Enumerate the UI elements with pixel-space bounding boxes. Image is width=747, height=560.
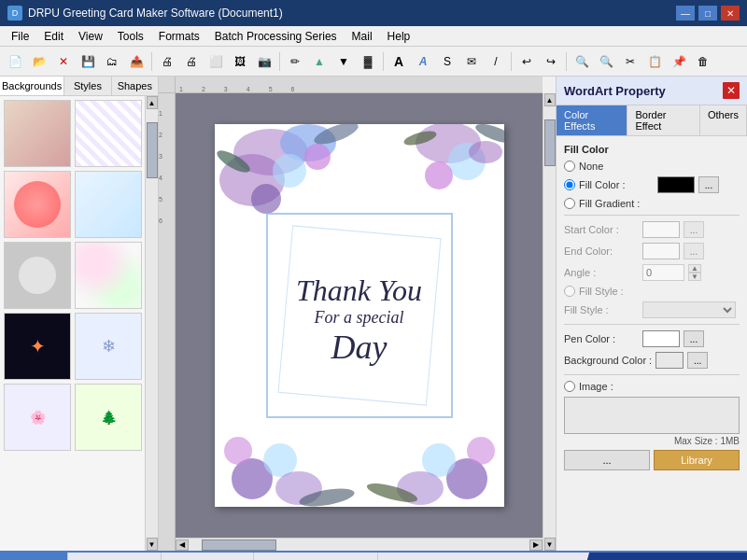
angle-input[interactable]	[642, 264, 684, 281]
color-button[interactable]: ▲	[308, 50, 331, 73]
menu-edit[interactable]: Edit	[36, 28, 71, 45]
text-button[interactable]: A	[388, 50, 410, 73]
v-scrollbar[interactable]: ▲ ▼	[543, 93, 556, 551]
fill-style-radio[interactable]	[564, 286, 575, 297]
fill-gradient-label: Fill Gradient :	[579, 198, 654, 209]
list-item[interactable]: 🌲	[75, 384, 142, 451]
menu-batch[interactable]: Batch Processing Series	[207, 28, 345, 45]
list-item[interactable]	[4, 171, 71, 238]
angle-up-button[interactable]: ▲	[688, 264, 701, 273]
close-button[interactable]: ✕	[721, 6, 740, 21]
list-item[interactable]	[4, 100, 71, 167]
tab-backgrounds[interactable]: Backgrounds	[0, 77, 64, 95]
print-button[interactable]: 🖨	[156, 50, 178, 73]
left-panel-scrollbar[interactable]: ▲ ▼	[145, 96, 158, 551]
v-scroll-thumb[interactable]	[544, 119, 556, 166]
tab-shapes[interactable]: Shapes	[112, 77, 158, 95]
pen-button[interactable]: ✏	[284, 50, 306, 73]
shape-button[interactable]: S	[436, 50, 458, 73]
wordart-button[interactable]: A	[412, 50, 434, 73]
save-all-button[interactable]: 🗂	[101, 50, 123, 73]
export-button[interactable]: 📤	[125, 50, 148, 73]
maximize-button[interactable]: □	[698, 6, 717, 21]
print2-button[interactable]: 🖨	[180, 50, 203, 73]
save-button[interactable]: 💾	[77, 50, 99, 73]
image-button[interactable]: 🖼	[229, 50, 251, 73]
open-button[interactable]: 📂	[28, 50, 50, 73]
menu-file[interactable]: File	[4, 28, 36, 45]
scroll-up-btn[interactable]: ▲	[544, 93, 556, 106]
tab-styles[interactable]: Styles	[64, 77, 111, 95]
new-button[interactable]: 📄	[4, 50, 26, 73]
pen-color-label: Pen Color :	[564, 333, 639, 344]
pen-color-picker-button[interactable]: ...	[684, 330, 704, 347]
bg-color-picker-button[interactable]: ...	[687, 352, 708, 369]
scrollbar-thumb[interactable]	[147, 122, 158, 178]
svg-point-5	[251, 184, 281, 214]
list-item[interactable]	[75, 242, 142, 309]
titlebar-controls[interactable]: — □ ✕	[676, 6, 740, 21]
tab-border-effect[interactable]: Border Effect	[627, 105, 700, 135]
fill-gradient-radio[interactable]	[564, 198, 575, 209]
close-doc-button[interactable]: ✕	[52, 50, 75, 73]
paste-button[interactable]: 📌	[668, 50, 690, 73]
angle-down-button[interactable]: ▼	[688, 273, 701, 281]
zoom-in-button[interactable]: 🔍	[571, 50, 593, 73]
print3-button[interactable]: ⬜	[204, 50, 227, 73]
menu-view[interactable]: View	[71, 28, 110, 45]
tab-front[interactable]: ▶ Front	[0, 553, 68, 560]
canvas-row: 1 2 3 4 5 6	[159, 93, 556, 551]
zoom-out-button[interactable]: 🔍	[595, 50, 617, 73]
symbol-button[interactable]: ✉	[460, 50, 483, 73]
fill-none-radio[interactable]	[564, 161, 575, 172]
fill-color-swatch[interactable]	[657, 176, 695, 193]
browse-button[interactable]: ...	[564, 450, 650, 470]
tab-templates[interactable]: 📋 Templates	[162, 553, 255, 560]
pen-color-swatch[interactable]	[642, 330, 680, 347]
divider3	[564, 374, 740, 375]
image-radio[interactable]	[564, 381, 575, 392]
tab-invitation-details[interactable]: 📝 Invitation Details	[254, 553, 378, 560]
canvas-inner[interactable]: Thank You For a special Day	[176, 93, 543, 538]
camera-button[interactable]: 📷	[253, 50, 275, 73]
minimize-button[interactable]: —	[676, 6, 695, 21]
menu-tools[interactable]: Tools	[110, 28, 151, 45]
tab-color-effects[interactable]: Color Effects	[557, 105, 627, 135]
menu-help[interactable]: Help	[380, 28, 418, 45]
end-color-swatch[interactable]	[642, 243, 680, 259]
fill-color-radio[interactable]	[564, 179, 575, 190]
tab-others[interactable]: Others	[700, 105, 747, 135]
list-item[interactable]	[75, 171, 142, 238]
undo-button[interactable]: ↩	[515, 50, 538, 73]
barcode-button[interactable]: ▓	[357, 50, 379, 73]
h-scrollbar[interactable]: ◀ ▶	[176, 538, 543, 551]
menu-formats[interactable]: Formats	[151, 28, 207, 45]
tab-properties[interactable]: ⊞ Properties	[68, 553, 162, 560]
fill-style-toggle-row: Fill Style :	[564, 286, 740, 297]
list-item[interactable]: ✦	[4, 313, 71, 380]
library-button[interactable]: Library	[654, 450, 740, 470]
fill-style-row: Fill Style :	[564, 301, 740, 318]
end-color-picker-button[interactable]: ...	[684, 243, 704, 259]
list-item[interactable]	[4, 242, 71, 309]
cut-button[interactable]: ✂	[619, 50, 641, 73]
line-button[interactable]: /	[485, 50, 507, 73]
delete-button[interactable]: 🗑	[692, 50, 714, 73]
bg-color-swatch[interactable]	[655, 352, 684, 369]
redo-button[interactable]: ↪	[540, 50, 562, 73]
panel-close-button[interactable]: ✕	[723, 82, 740, 99]
copy-button[interactable]: 📋	[643, 50, 666, 73]
menu-mail[interactable]: Mail	[345, 28, 380, 45]
list-item[interactable]: ❄	[75, 313, 142, 380]
scroll-left-btn[interactable]: ◀	[176, 539, 189, 551]
start-color-picker-button[interactable]: ...	[684, 221, 704, 238]
fill-style-select[interactable]	[642, 301, 736, 318]
list-item[interactable]: 🌸	[4, 384, 71, 451]
scroll-down-btn[interactable]: ▼	[544, 538, 556, 551]
scroll-right-btn[interactable]: ▶	[529, 539, 543, 551]
dropdown-button[interactable]: ▼	[332, 50, 355, 73]
h-scroll-thumb[interactable]	[202, 539, 276, 551]
list-item[interactable]	[75, 100, 142, 167]
fill-color-picker-button[interactable]: ...	[698, 176, 719, 193]
start-color-swatch[interactable]	[642, 221, 680, 238]
